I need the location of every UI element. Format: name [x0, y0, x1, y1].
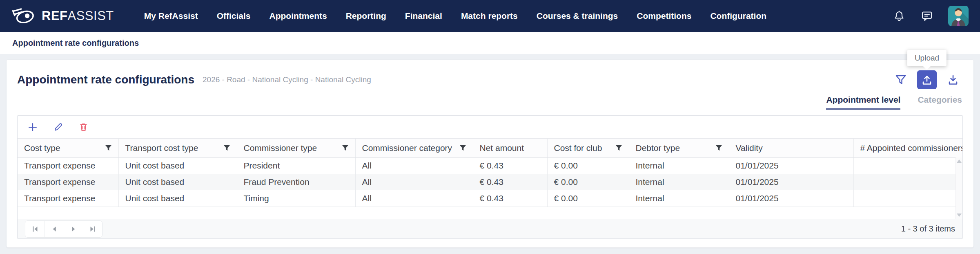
first-page-button[interactable] — [25, 221, 45, 237]
column-label: Cost for club — [554, 143, 602, 153]
column-header-cost-for-club[interactable]: Cost for club — [547, 139, 629, 157]
column-header-transport-cost-type[interactable]: Transport cost type — [118, 139, 237, 157]
table-cell[interactable]: € 0.43 — [473, 157, 547, 174]
tab-appointment-level[interactable]: Appointment level — [826, 95, 900, 110]
column-label: # Appointed commissioners — [860, 143, 963, 153]
table-cell[interactable]: € 0.43 — [473, 190, 547, 207]
table-cell[interactable]: Unit cost based — [118, 157, 237, 174]
column-label: Net amount — [480, 143, 524, 153]
previous-page-button[interactable] — [45, 221, 64, 237]
chat-icon[interactable] — [920, 9, 933, 22]
table-cell[interactable]: € 0.00 — [547, 190, 629, 207]
user-avatar[interactable] — [948, 6, 969, 26]
edit-button[interactable] — [52, 121, 64, 133]
table-row[interactable]: Transport expenseUnit cost basedTimingAl… — [18, 190, 962, 207]
table-cell[interactable]: 01/01/2025 — [729, 190, 853, 207]
filter-button[interactable] — [891, 70, 911, 89]
table-cell[interactable]: Internal — [629, 157, 729, 174]
nav-right — [893, 6, 969, 26]
last-page-button[interactable] — [83, 221, 102, 237]
table-cell[interactable]: € 0.43 — [473, 174, 547, 190]
table-cell[interactable]: Unit cost based — [118, 174, 237, 190]
column-header-commissioner-category[interactable]: Commissioner category — [355, 139, 473, 157]
nav-item-competitions[interactable]: Competitions — [637, 11, 691, 21]
column-header-validity[interactable]: Validity — [729, 139, 853, 157]
table-cell[interactable]: € 0.00 — [547, 157, 629, 174]
column-label: Debtor type — [636, 143, 680, 153]
table-row[interactable]: Transport expenseUnit cost basedPresiden… — [18, 157, 962, 174]
add-button[interactable] — [27, 121, 39, 133]
table-cell[interactable]: Internal — [629, 190, 729, 207]
table-cell[interactable] — [853, 157, 962, 174]
nav-item-officials[interactable]: Officials — [217, 11, 251, 21]
table-cell[interactable]: All — [355, 174, 473, 190]
breadcrumb[interactable]: Appointment rate configurations — [12, 38, 139, 48]
table-cell[interactable] — [853, 174, 962, 190]
table-cell[interactable]: All — [355, 190, 473, 207]
delete-button[interactable] — [77, 121, 89, 133]
rates-table: Cost typeTransport cost typeCommissioner… — [18, 139, 962, 207]
app-logo[interactable]: REFASSIST — [11, 6, 114, 26]
page-title: Appointment rate configurations — [17, 73, 194, 86]
nav-item-courses-trainings[interactable]: Courses & trainings — [537, 11, 618, 21]
bell-icon[interactable] — [893, 9, 906, 22]
column-label: Commissioner type — [244, 143, 317, 153]
tab-categories[interactable]: Categories — [918, 95, 962, 110]
next-page-button[interactable] — [64, 221, 83, 237]
table-cell[interactable]: Transport expense — [18, 190, 118, 207]
column-label: Commissioner category — [362, 143, 452, 153]
table-row[interactable]: Transport expenseUnit cost basedFraud Pr… — [18, 174, 962, 190]
header-row: Cost typeTransport cost typeCommissioner… — [18, 139, 962, 157]
rates-grid: Cost typeTransport cost typeCommissioner… — [17, 115, 963, 239]
card-toolbar: Upload — [865, 70, 963, 89]
scroll-down-icon[interactable] — [957, 214, 962, 217]
tabs: Appointment level Categories — [7, 95, 973, 110]
table-cell[interactable] — [853, 190, 962, 207]
table-cell[interactable]: Transport expense — [18, 174, 118, 190]
page-subtitle: 2026 - Road - National Cycling - Nationa… — [203, 75, 371, 84]
pager-buttons — [25, 220, 102, 238]
pager-info: 1 - 3 of 3 items — [901, 224, 955, 234]
table-cell[interactable]: Timing — [237, 190, 355, 207]
column-header-cost-type[interactable]: Cost type — [18, 139, 118, 157]
appointment-rate-card: Appointment rate configurations 2026 - R… — [7, 60, 973, 247]
filter-icon[interactable] — [715, 144, 722, 151]
nav-item-appointments[interactable]: Appointments — [270, 11, 327, 21]
column-header-debtor-type[interactable]: Debtor type — [629, 139, 729, 157]
card-header: Appointment rate configurations 2026 - R… — [7, 60, 973, 89]
upload-button[interactable]: Upload — [917, 70, 937, 89]
filter-icon[interactable] — [459, 144, 466, 151]
table-cell[interactable]: President — [237, 157, 355, 174]
filter-icon[interactable] — [223, 144, 230, 151]
column-header--appointed-commissioners[interactable]: # Appointed commissioners — [853, 139, 962, 157]
column-label: Transport cost type — [125, 143, 198, 153]
table-cell[interactable]: 01/01/2025 — [729, 174, 853, 190]
whistle-logo-icon — [11, 6, 35, 26]
refresh-button[interactable] — [865, 70, 884, 89]
nav-item-match-reports[interactable]: Match reports — [461, 11, 518, 21]
table-cell[interactable]: Transport expense — [18, 157, 118, 174]
column-header-commissioner-type[interactable]: Commissioner type — [237, 139, 355, 157]
breadcrumb-bar: Appointment rate configurations — [0, 32, 980, 54]
nav-item-my-refassist[interactable]: My RefAssist — [144, 11, 198, 21]
nav-menu: My RefAssistOfficialsAppointmentsReporti… — [144, 11, 766, 21]
scroll-up-icon[interactable] — [957, 160, 962, 163]
table-cell[interactable]: Unit cost based — [118, 190, 237, 207]
table-cell[interactable]: 01/01/2025 — [729, 157, 853, 174]
download-button[interactable] — [943, 70, 963, 89]
vertical-scrollbar[interactable] — [956, 157, 962, 219]
nav-item-financial[interactable]: Financial — [405, 11, 442, 21]
nav-item-reporting[interactable]: Reporting — [346, 11, 386, 21]
filter-icon[interactable] — [615, 144, 622, 151]
grid-body: Cost typeTransport cost typeCommissioner… — [18, 139, 962, 219]
logo-text: REFASSIST — [42, 9, 114, 23]
table-cell[interactable]: € 0.00 — [547, 174, 629, 190]
table-cell[interactable]: All — [355, 157, 473, 174]
upload-tooltip: Upload — [907, 50, 947, 66]
table-cell[interactable]: Internal — [629, 174, 729, 190]
column-header-net-amount[interactable]: Net amount — [473, 139, 547, 157]
nav-item-configuration[interactable]: Configuration — [710, 11, 766, 21]
filter-icon[interactable] — [342, 144, 349, 151]
filter-icon[interactable] — [105, 144, 112, 151]
table-cell[interactable]: Fraud Prevention — [237, 174, 355, 190]
